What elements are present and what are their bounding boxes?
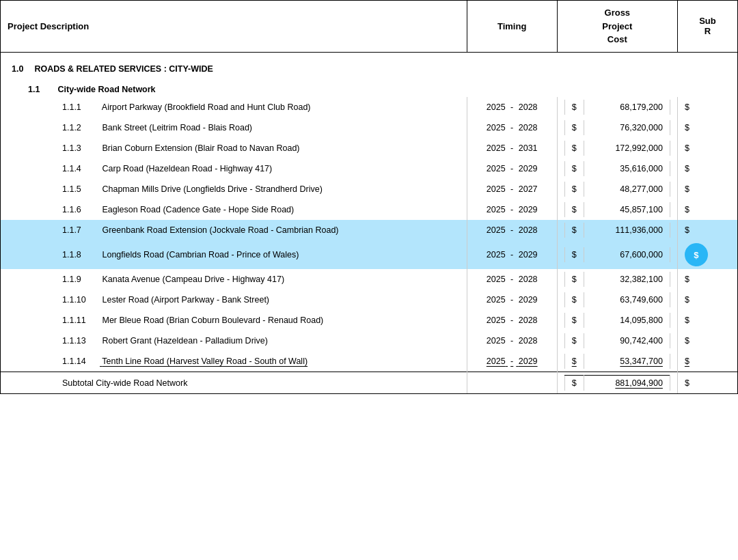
row-id-1-1-2: 1.1.2 xyxy=(62,123,100,132)
timing-end-1-1-14: 2029 xyxy=(519,356,538,366)
spacer-row xyxy=(1,52,738,61)
timing-end-1-1-8: 2029 xyxy=(519,250,538,260)
amount-1-1-8: 67,600,000 xyxy=(584,247,670,262)
dollar-1-1-13: $ xyxy=(564,333,584,348)
col-header-sub: SubR xyxy=(677,1,737,53)
amount-1-1-10: 63,749,600 xyxy=(584,292,670,307)
timing-start-1-1-6: 2025 xyxy=(487,205,506,214)
sub-dollar-1.1.1: $ xyxy=(685,102,689,112)
row-id-1-1-13: 1.1.13 xyxy=(62,336,100,346)
data-row-1-1-3: 1.1.3 Brian Coburn Extension (Blair Road… xyxy=(1,138,738,158)
data-row-1-1-2: 1.1.2 Bank Street (Leitrim Road - Blais … xyxy=(1,117,738,138)
timing-dash-1-1-6: - xyxy=(510,205,513,214)
data-row-1-1-11: 1.1.11 Mer Bleue Road (Brian Coburn Boul… xyxy=(1,310,738,331)
amount-1-1-7: 111,936,000 xyxy=(584,223,670,238)
timing-start-1-1-14: 2025 xyxy=(487,356,506,366)
row-desc-1-1-13: Robert Grant (Hazeldean - Palladium Driv… xyxy=(102,336,267,346)
row-id-1-1-6: 1.1.6 xyxy=(62,205,100,214)
row-desc-1-1-6: Eagleson Road (Cadence Gate - Hope Side … xyxy=(102,205,294,214)
data-row-1-1-5: 1.1.5 Chapman Mills Drive (Longfields Dr… xyxy=(1,179,738,199)
timing-start-1-1-10: 2025 xyxy=(487,295,506,305)
row-id-1-1-11: 1.1.11 xyxy=(62,316,100,325)
sub-dollar-1.1.5: $ xyxy=(685,184,689,194)
col-header-project-label: Project Description xyxy=(8,21,89,31)
dollar-1-1-8: $ xyxy=(564,247,584,262)
dollar-1-1-4: $ xyxy=(564,161,584,176)
timing-start-1-1-8: 2025 xyxy=(487,250,506,260)
timing-start-1-1-1: 2025 xyxy=(487,102,506,112)
timing-start-1-1-4: 2025 xyxy=(487,164,506,173)
section-1-id: 1.0 xyxy=(12,64,32,74)
row-id-1-1-1: 1.1.1 xyxy=(62,102,100,112)
sub-dollar-1.1.6: $ xyxy=(685,205,689,214)
timing-dash-1-1-7: - xyxy=(510,225,513,235)
sub-dollar-1.1.4: $ xyxy=(685,164,689,173)
timing-dash-1-1-14: - xyxy=(510,356,513,366)
row-desc-1-1-4: Carp Road (Hazeldean Road - Highway 417) xyxy=(102,164,272,173)
amount-1-1-4: 35,616,000 xyxy=(584,161,670,176)
row-desc-1-1-7: Greenbank Road Extension (Jockvale Road … xyxy=(102,225,338,235)
timing-dash-1-1-10: - xyxy=(510,295,513,305)
col-header-project: Project Description xyxy=(1,1,467,53)
timing-end-1-1-13: 2028 xyxy=(519,336,538,346)
amount-1-1-2: 76,320,000 xyxy=(584,120,670,135)
subtotal-dollar: $ xyxy=(564,376,584,391)
timing-end-1-1-7: 2028 xyxy=(519,225,538,235)
timing-dash-1-1-11: - xyxy=(510,316,513,325)
sub-dollar-1.1.13: $ xyxy=(685,336,689,346)
data-row-1-1-13: 1.1.13 Robert Grant (Hazeldean - Palladi… xyxy=(1,331,738,351)
timing-end-1-1-1: 2028 xyxy=(519,102,538,112)
col-header-gross: GrossProjectCost xyxy=(557,1,677,53)
amount-1-1-9: 32,382,100 xyxy=(584,272,670,287)
sub-dollar-1.1.2: $ xyxy=(685,123,689,132)
amount-1-1-5: 48,277,000 xyxy=(584,182,670,197)
timing-dash-1-1-1: - xyxy=(510,102,513,112)
subtotal-sub-dollar: $ xyxy=(685,378,689,388)
row-desc-1-1-11: Mer Bleue Road (Brian Coburn Boulevard -… xyxy=(102,316,323,325)
row-desc-1-1-14: Tenth Line Road (Harvest Valley Road - S… xyxy=(102,356,308,366)
timing-end-1-1-10: 2029 xyxy=(519,295,538,305)
row-desc-1-1-9: Kanata Avenue (Campeau Drive - Highway 4… xyxy=(102,275,284,284)
amount-1-1-14: 53,347,700 xyxy=(584,354,670,369)
timing-end-1-1-6: 2029 xyxy=(519,205,538,214)
data-row-1-1-9: 1.1.9 Kanata Avenue (Campeau Drive - Hig… xyxy=(1,269,738,290)
sub-dollar-1.1.14: $ xyxy=(685,356,689,366)
timing-dash-1-1-9: - xyxy=(510,275,513,284)
col-header-timing-label: Timing xyxy=(497,21,526,31)
timing-dash-1-1-4: - xyxy=(510,164,513,173)
subtotal-label: Subtotal City-wide Road Network xyxy=(62,378,187,388)
row-desc-1-1-1: Airport Parkway (Brookfield Road and Hun… xyxy=(102,102,311,112)
row-id-1-1-4: 1.1.4 xyxy=(62,164,100,173)
circle-button-1-1-8[interactable]: $ xyxy=(685,243,708,266)
timing-dash-1-1-5: - xyxy=(510,184,513,194)
row-desc-1-1-10: Lester Road (Airport Parkway - Bank Stre… xyxy=(102,295,269,305)
row-id-1-1-14: 1.1.14 xyxy=(62,356,100,366)
amount-1-1-13: 90,742,400 xyxy=(584,333,670,348)
sub-dollar-1.1.3: $ xyxy=(685,143,689,153)
row-id-1-1-9: 1.1.9 xyxy=(62,275,100,284)
main-table: Project Description Timing GrossProjectC… xyxy=(0,0,738,394)
timing-start-1-1-2: 2025 xyxy=(487,123,506,132)
dollar-1-1-11: $ xyxy=(564,313,584,328)
subtotal-amount: 881,094,900 xyxy=(584,376,670,391)
row-id-1-1-5: 1.1.5 xyxy=(62,184,100,194)
data-row-1-1-1: 1.1.1 Airport Parkway (Brookfield Road a… xyxy=(1,97,738,117)
timing-end-1-1-11: 2028 xyxy=(519,316,538,325)
row-desc-1-1-8: Longfields Road (Cambrian Road - Prince … xyxy=(102,250,299,260)
row-id-1-1-10: 1.1.10 xyxy=(62,295,100,305)
timing-dash-1-1-8: - xyxy=(510,250,513,260)
sub-dollar-1.1.9: $ xyxy=(685,275,689,284)
data-row-1-1-7: 1.1.7 Greenbank Road Extension (Jockvale… xyxy=(1,220,738,240)
row-id-1-1-7: 1.1.7 xyxy=(62,225,100,235)
timing-dash-1-1-2: - xyxy=(510,123,513,132)
data-row-1-1-8: 1.1.8 Longfields Road (Cambrian Road - P… xyxy=(1,240,738,269)
timing-end-1-1-3: 2031 xyxy=(519,143,538,153)
sub-dollar-1.1.7: $ xyxy=(685,225,689,235)
subsection-1-1-label: City-wide Road Network xyxy=(57,85,155,94)
dollar-1-1-10: $ xyxy=(564,292,584,307)
timing-end-1-1-9: 2028 xyxy=(519,275,538,284)
timing-end-1-1-4: 2029 xyxy=(519,164,538,173)
row-desc-1-1-5: Chapman Mills Drive (Longfields Drive - … xyxy=(102,184,322,194)
data-row-1-1-6: 1.1.6 Eagleson Road (Cadence Gate - Hope… xyxy=(1,199,738,220)
amount-1-1-3: 172,992,000 xyxy=(584,141,670,156)
